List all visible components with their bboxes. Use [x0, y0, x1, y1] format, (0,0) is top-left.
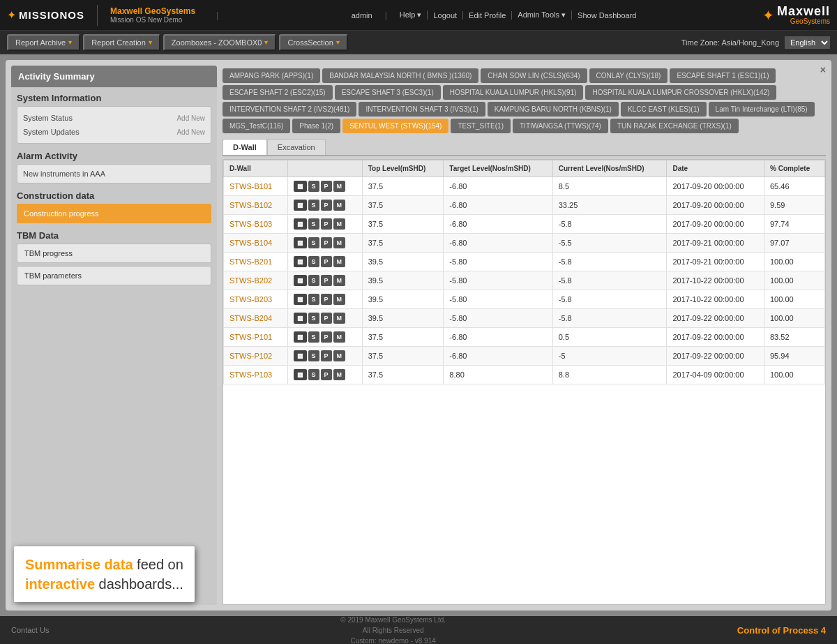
- top-nav: ✦ MISSIONOS Maxwell GeoSystems Mission O…: [0, 0, 837, 31]
- instrument-link-8[interactable]: STWS-P101: [229, 333, 272, 341]
- system-updates-add[interactable]: Add New: [176, 128, 205, 136]
- instrument-link-4[interactable]: STWS-B201: [229, 257, 272, 266]
- m-btn-7[interactable]: M: [333, 313, 346, 324]
- zone-tab-esc3[interactable]: ESCAPE SHAFT 3 (ESC3)(1): [335, 85, 441, 100]
- p-btn-2[interactable]: P: [321, 218, 332, 230]
- m-btn-5[interactable]: M: [333, 275, 346, 286]
- zone-tab-mgs[interactable]: MGS_TestC(116): [223, 119, 290, 133]
- m-btn-3[interactable]: M: [333, 237, 346, 248]
- instrument-link-9[interactable]: STWS-P102: [229, 352, 272, 360]
- s-btn-10[interactable]: S: [308, 369, 319, 380]
- chart-btn-8[interactable]: ▦: [294, 331, 307, 343]
- m-btn-2[interactable]: M: [333, 218, 346, 230]
- instrument-link-1[interactable]: STWS-B102: [229, 201, 272, 209]
- language-select[interactable]: English: [785, 36, 830, 49]
- zone-tab-clys[interactable]: CONLAY (CLYS)(18): [589, 68, 668, 83]
- contact-link[interactable]: Contact Us: [11, 626, 49, 634]
- m-btn-10[interactable]: M: [333, 369, 346, 380]
- m-btn-9[interactable]: M: [333, 350, 346, 361]
- tab-dwall[interactable]: D-Wall: [223, 139, 267, 155]
- tbm-data-title: TBM Data: [17, 230, 211, 241]
- p-btn-8[interactable]: P: [321, 331, 332, 343]
- s-btn-4[interactable]: S: [308, 256, 319, 267]
- zone-tab-hkls[interactable]: HOSPITAL KUALA LUMPUR (HKLS)(91): [443, 85, 584, 100]
- zone-tab-esc2[interactable]: ESCAPE SHAFT 2 (ESC2)(15): [223, 85, 333, 100]
- p-btn-1[interactable]: P: [321, 200, 332, 211]
- zone-tab-stws[interactable]: SENTUL WEST (STWS)(154): [342, 119, 448, 133]
- p-btn-9[interactable]: P: [321, 350, 332, 361]
- tbm-parameters-button[interactable]: TBM parameters: [17, 266, 211, 285]
- instrument-link-5[interactable]: STWS-B202: [229, 276, 272, 285]
- instrument-link-0[interactable]: STWS-B101: [229, 182, 272, 190]
- zone-tab-kles[interactable]: KLCC EAST (KLES)(1): [621, 102, 707, 117]
- instrument-link-10[interactable]: STWS-P103: [229, 370, 272, 379]
- zone-tab-bmns[interactable]: BANDAR MALAYSIA NORTH ( BMNS )(1360): [322, 68, 478, 83]
- cell-pct-4: 100.00: [764, 253, 825, 271]
- action-btns-10: ▦ S P M: [294, 369, 356, 380]
- chart-btn-0[interactable]: ▦: [294, 181, 307, 192]
- zone-tab-csls[interactable]: CHAN SOW LIN (CSLS)(634): [481, 68, 587, 83]
- zone-tab-lti[interactable]: Lam Tin Interchange (LTI)(85): [709, 102, 815, 117]
- help-link[interactable]: Help ▾: [394, 10, 428, 20]
- zone-tab-hklx[interactable]: HOSPITAL KUALA LUMPUR CROSSOVER (HKLX)(1…: [585, 85, 776, 100]
- zone-tab-ivs3[interactable]: INTERVENTION SHAFT 3 (IVS3)(1): [359, 102, 485, 117]
- chart-btn-7[interactable]: ▦: [294, 313, 307, 324]
- p-btn-4[interactable]: P: [321, 256, 332, 267]
- s-btn-2[interactable]: S: [308, 218, 319, 230]
- p-btn-5[interactable]: P: [321, 275, 332, 286]
- zone-tab-test[interactable]: TEST_SITE(1): [451, 119, 511, 133]
- chart-btn-6[interactable]: ▦: [294, 294, 307, 305]
- s-btn-7[interactable]: S: [308, 313, 319, 324]
- crosssection-button[interactable]: CrossSection ▾: [279, 34, 347, 51]
- s-btn-9[interactable]: S: [308, 350, 319, 361]
- data-table-container[interactable]: D-Wall Top Level(mSHD) Target Level(Nos/…: [223, 159, 826, 605]
- s-btn-5[interactable]: S: [308, 275, 319, 286]
- cell-target-7: -5.80: [444, 309, 552, 328]
- zone-tab-apps[interactable]: AMPANG PARK (APPS)(1): [223, 68, 320, 83]
- instrument-link-7[interactable]: STWS-B204: [229, 314, 272, 322]
- zone-tab-esc1[interactable]: ESCAPE SHAFT 1 (ESC1)(1): [670, 68, 776, 83]
- report-creation-button[interactable]: Report Creation ▾: [83, 34, 160, 51]
- p-btn-10[interactable]: P: [321, 369, 332, 380]
- m-btn-4[interactable]: M: [333, 256, 346, 267]
- chart-btn-2[interactable]: ▦: [294, 218, 307, 230]
- construction-progress-button[interactable]: Construction progress: [17, 204, 211, 223]
- tab-excavation[interactable]: Excavation: [267, 139, 326, 155]
- tbm-progress-button[interactable]: TBM progress: [17, 244, 211, 263]
- chart-btn-1[interactable]: ▦: [294, 200, 307, 211]
- m-btn-6[interactable]: M: [333, 294, 346, 305]
- show-dashboard-link[interactable]: Show Dashboard: [572, 11, 642, 20]
- instrument-link-3[interactable]: STWS-B104: [229, 239, 272, 247]
- s-btn-6[interactable]: S: [308, 294, 319, 305]
- instrument-link-2[interactable]: STWS-B103: [229, 220, 272, 228]
- chart-btn-9[interactable]: ▦: [294, 350, 307, 361]
- p-btn-7[interactable]: P: [321, 313, 332, 324]
- zone-tab-kbns[interactable]: KAMPUNG BARU NORTH (KBNS)(1): [488, 102, 619, 117]
- chart-btn-4[interactable]: ▦: [294, 256, 307, 267]
- zone-tab-ivs2[interactable]: INTERVENTION SHAFT 2 (IVS2)(481): [223, 102, 356, 117]
- p-btn-3[interactable]: P: [321, 237, 332, 248]
- m-btn-1[interactable]: M: [333, 200, 346, 211]
- s-btn-3[interactable]: S: [308, 237, 319, 248]
- chart-btn-5[interactable]: ▦: [294, 275, 307, 286]
- zoomboxes-button[interactable]: Zoomboxes - ZOOMBOX0 ▾: [163, 34, 277, 51]
- p-btn-6[interactable]: P: [321, 294, 332, 305]
- admin-tools-link[interactable]: Admin Tools ▾: [512, 10, 572, 20]
- zone-tab-ttws[interactable]: TITIWANGSA (TTWS)(74): [513, 119, 608, 133]
- zone-tab-phase1[interactable]: Phase 1(2): [292, 119, 340, 133]
- report-archive-button[interactable]: Report Archive ▾: [7, 34, 80, 51]
- system-status-add[interactable]: Add New: [176, 114, 205, 122]
- p-btn-0[interactable]: P: [321, 181, 332, 192]
- zone-tab-trxs[interactable]: TUN RAZAK EXCHANGE (TRXS)(1): [610, 119, 739, 133]
- s-btn-8[interactable]: S: [308, 331, 319, 343]
- s-btn-1[interactable]: S: [308, 200, 319, 211]
- instrument-link-6[interactable]: STWS-B203: [229, 295, 272, 304]
- close-button[interactable]: ×: [820, 64, 826, 75]
- s-btn-0[interactable]: S: [308, 181, 319, 192]
- edit-profile-link[interactable]: Edit Profile: [463, 11, 512, 20]
- chart-btn-3[interactable]: ▦: [294, 237, 307, 248]
- chart-btn-10[interactable]: ▦: [294, 369, 307, 380]
- m-btn-0[interactable]: M: [333, 181, 346, 192]
- logout-link[interactable]: Logout: [428, 11, 463, 20]
- m-btn-8[interactable]: M: [333, 331, 346, 343]
